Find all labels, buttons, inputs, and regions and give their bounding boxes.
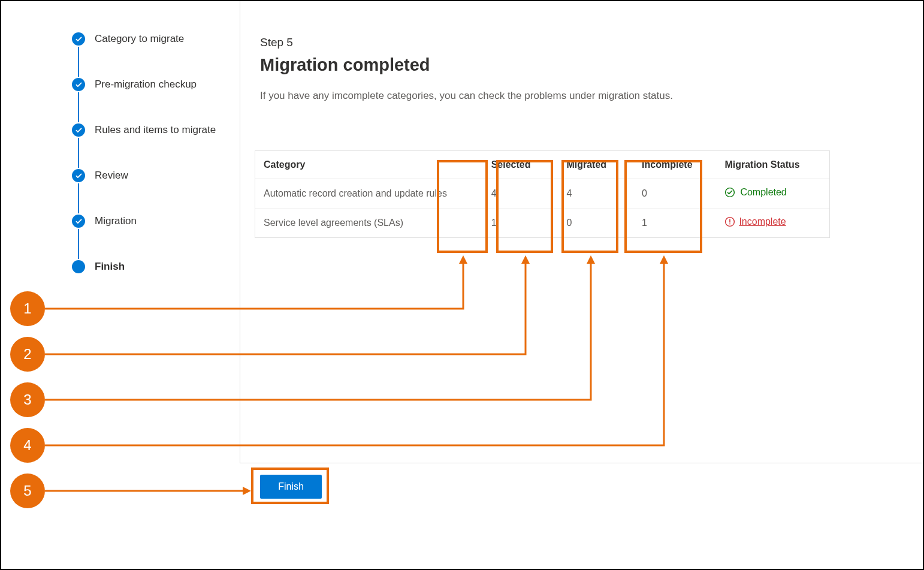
annotation-arrows: [1, 1, 924, 570]
svg-marker-6: [587, 255, 595, 264]
app-frame: Category to migrate Pre-migration checku…: [0, 0, 924, 570]
svg-marker-8: [243, 487, 251, 495]
svg-marker-7: [660, 255, 668, 264]
svg-marker-5: [521, 255, 530, 264]
svg-marker-4: [459, 255, 467, 264]
